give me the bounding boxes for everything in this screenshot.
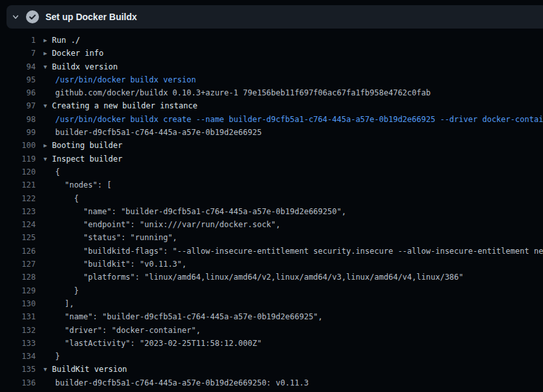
- line-number-link[interactable]: 123: [0, 205, 36, 218]
- log-row: 99builder-d9cfb5a1-c764-445a-a57e-0b19d2…: [0, 126, 543, 139]
- log-row: 121 "nodes": [: [0, 178, 543, 191]
- log-text: Buildx version: [52, 60, 118, 73]
- line-number-link[interactable]: 7: [0, 47, 36, 60]
- triangle-down-icon: ▼: [44, 99, 52, 112]
- line-number-link[interactable]: 100: [0, 139, 36, 152]
- triangle-down-icon: ▼: [44, 60, 52, 73]
- line-number-link[interactable]: 127: [0, 258, 36, 271]
- line-number-link[interactable]: 96: [0, 86, 36, 99]
- line-number-link[interactable]: 134: [0, 350, 36, 363]
- line-number-link[interactable]: 120: [0, 165, 36, 178]
- log-text: builder-d9cfb5a1-c764-445a-a57e-0b19d2e6…: [55, 376, 309, 389]
- log-text: "buildkitd-flags": "--allow-insecure-ent…: [55, 245, 543, 258]
- log-row[interactable]: 94▼Buildx version: [0, 60, 543, 73]
- log-text: /usr/bin/docker buildx version: [55, 73, 196, 86]
- log-text: Inspect builder: [52, 153, 122, 165]
- log-text: Creating a new builder instance: [52, 99, 197, 112]
- log-row: 128 "platforms": "linux/amd64,linux/amd6…: [0, 271, 543, 284]
- log-row: 98/usr/bin/docker buildx create --name b…: [0, 113, 543, 126]
- line-number-link[interactable]: 135: [0, 363, 36, 376]
- step-header[interactable]: Set up Docker Buildx: [6, 5, 543, 29]
- line-number-link[interactable]: 95: [0, 73, 36, 86]
- line-number-link[interactable]: 98: [0, 113, 36, 126]
- log-text: /usr/bin/docker buildx create --name bui…: [55, 113, 543, 126]
- line-number-link[interactable]: 121: [0, 178, 36, 191]
- chevron-down-icon[interactable]: [12, 12, 19, 21]
- line-number-link[interactable]: 122: [0, 192, 36, 205]
- log-text: "platforms": "linux/amd64,linux/amd64/v2…: [55, 271, 464, 284]
- line-number-link[interactable]: 130: [0, 297, 36, 310]
- log-row: 130 ],: [0, 297, 543, 310]
- log-text: "driver": "docker-container",: [55, 324, 201, 337]
- log-row[interactable]: 100▶Booting builder: [0, 139, 543, 152]
- log-row[interactable]: 97▼Creating a new builder instance: [0, 99, 543, 112]
- line-number-link[interactable]: 132: [0, 324, 36, 337]
- log-text: github.com/docker/buildx 0.10.3+azure-1 …: [55, 86, 431, 99]
- line-number-link[interactable]: 126: [0, 245, 36, 258]
- log-row: 126 "buildkitd-flags": "--allow-insecure…: [0, 245, 543, 258]
- log-row: 124 "endpoint": "unix:///var/run/docker.…: [0, 218, 543, 231]
- log-row: 122 {: [0, 192, 543, 205]
- log-text: "buildkit": "v0.11.3",: [55, 258, 186, 271]
- log-row[interactable]: 135▼BuildKit version: [0, 363, 543, 376]
- log-row: 131 "name": "builder-d9cfb5a1-c764-445a-…: [0, 310, 543, 323]
- log-text: builder-d9cfb5a1-c764-445a-a57e-0b19d2e6…: [55, 126, 262, 139]
- log-row: 125 "status": "running",: [0, 231, 543, 244]
- log-row: 136builder-d9cfb5a1-c764-445a-a57e-0b19d…: [0, 376, 543, 389]
- triangle-down-icon: ▼: [44, 363, 52, 376]
- log-row: 95/usr/bin/docker buildx version: [0, 73, 543, 86]
- log-row: 132 "driver": "docker-container",: [0, 324, 543, 337]
- line-number-link[interactable]: 99: [0, 126, 36, 139]
- triangle-right-icon: ▶: [44, 34, 52, 47]
- line-number-link[interactable]: 133: [0, 337, 36, 350]
- line-number-link[interactable]: 97: [0, 99, 36, 112]
- log-text: "lastActivity": "2023-02-25T11:58:12.000…: [55, 337, 262, 350]
- triangle-down-icon: ▼: [44, 153, 52, 165]
- line-number-link[interactable]: 119: [0, 153, 36, 165]
- log-row: 96github.com/docker/buildx 0.10.3+azure-…: [0, 86, 543, 99]
- step-title: Set up Docker Buildx: [45, 12, 137, 22]
- line-number-link[interactable]: 129: [0, 284, 36, 297]
- triangle-right-icon: ▶: [44, 139, 52, 152]
- log-text: "nodes": [: [55, 178, 112, 191]
- log-text: "endpoint": "unix:///var/run/docker.sock…: [55, 218, 281, 231]
- line-number-link[interactable]: 94: [0, 60, 36, 73]
- log-row: 134}: [0, 350, 543, 363]
- log-text: }: [55, 350, 60, 363]
- log-text: ],: [55, 297, 74, 310]
- log-row: 129 }: [0, 284, 543, 297]
- log-text: {: [55, 165, 60, 178]
- line-number-link[interactable]: 128: [0, 271, 36, 284]
- check-circle-icon: [26, 10, 39, 23]
- log-text: Run ./: [52, 34, 80, 47]
- log-text: "name": "builder-d9cfb5a1-c764-445a-a57e…: [55, 310, 323, 323]
- log-row: 127 "buildkit": "v0.11.3",: [0, 258, 543, 271]
- log-text: {: [55, 192, 79, 205]
- log-text: "name": "builder-d9cfb5a1-c764-445a-a57e…: [55, 205, 346, 218]
- triangle-right-icon: ▶: [44, 47, 52, 60]
- log-text: Docker info: [52, 47, 103, 60]
- line-number-link[interactable]: 1: [0, 34, 36, 47]
- line-number-link[interactable]: 136: [0, 376, 36, 389]
- line-number-link[interactable]: 124: [0, 218, 36, 231]
- log-row: 123 "name": "builder-d9cfb5a1-c764-445a-…: [0, 205, 543, 218]
- line-number-link[interactable]: 125: [0, 231, 36, 244]
- log-text: "status": "running",: [55, 231, 177, 244]
- log-row[interactable]: 7▶Docker info: [0, 47, 543, 60]
- log-text: Booting builder: [52, 139, 122, 152]
- log-row: 133 "lastActivity": "2023-02-25T11:58:12…: [0, 337, 543, 350]
- log-row[interactable]: 119▼Inspect builder: [0, 153, 543, 165]
- log-row: 120{: [0, 165, 543, 178]
- line-number-link[interactable]: 131: [0, 310, 36, 323]
- log-lines: 1▶Run ./7▶Docker info94▼Buildx version95…: [0, 34, 543, 389]
- log-text: BuildKit version: [52, 363, 127, 376]
- log-text: }: [55, 284, 79, 297]
- log-row[interactable]: 1▶Run ./: [0, 34, 543, 47]
